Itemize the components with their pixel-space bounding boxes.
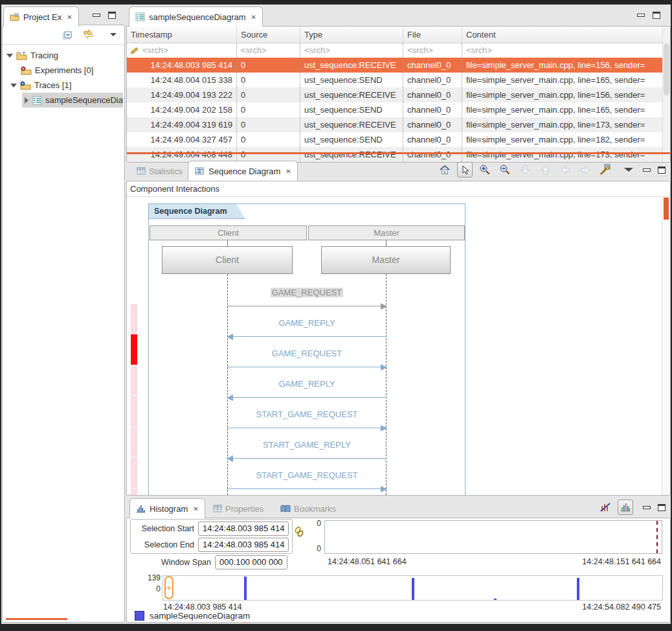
expand-icon[interactable] (10, 84, 17, 87)
table-row[interactable]: 14:24:49.004 193 222 0 ust_sequence:RECE… (127, 87, 670, 102)
close-icon[interactable]: ✕ (67, 14, 72, 21)
message[interactable]: GAME_REPLY (227, 379, 386, 402)
time-marker[interactable] (131, 457, 137, 488)
time-marker[interactable] (131, 304, 137, 334)
expand-icon[interactable] (25, 97, 28, 104)
cell-source: 0 (237, 87, 300, 102)
table-row[interactable]: 14:24:49.004 202 158 0 ust_sequence:SEND… (127, 102, 670, 117)
histogram-toolbar (598, 499, 666, 515)
tab-project-explorer[interactable]: Project Ex ✕ (3, 6, 79, 27)
vertical-scrollbar[interactable] (662, 197, 670, 495)
lifeline-box-master[interactable]: Master (321, 246, 451, 274)
message[interactable]: START_GAME_REPLY (227, 440, 386, 463)
tab-events-editor[interactable]: sampleSequenceDiagram ✕ (129, 6, 263, 27)
reset-zoom-home-icon[interactable] (437, 162, 453, 178)
tab-bookmarks[interactable]: Bookmarks (276, 501, 340, 516)
maximize-icon[interactable] (658, 166, 666, 174)
message[interactable]: START_GAME_REQUEST (227, 470, 386, 494)
tree-item-tracing[interactable]: T Tracing (3, 48, 123, 63)
hide-lost-events-icon[interactable] (598, 499, 613, 515)
message[interactable]: START_GAME_REQUEST (227, 409, 386, 433)
search-source-input[interactable]: <srch> (237, 43, 300, 58)
cell-type: ust_sequence:SEND (300, 132, 403, 147)
scroll-up-icon[interactable] (537, 162, 553, 178)
zoom-in-icon[interactable] (477, 162, 493, 178)
selection-start-field[interactable]: 14:24:48.003 985 414 (198, 522, 289, 536)
minimize-icon[interactable] (643, 168, 651, 172)
column-header-file[interactable]: File (403, 27, 462, 43)
histogram-selection-marker[interactable] (164, 576, 174, 599)
search-type-input[interactable]: <srch> (300, 43, 403, 58)
view-menu-icon[interactable] (624, 168, 633, 172)
message-line (227, 458, 386, 459)
column-header-timestamp[interactable]: Timestamp (127, 27, 237, 43)
link-selection-icon[interactable] (294, 526, 304, 540)
selection-end-field[interactable]: 14:24:48.003 985 414 (198, 538, 289, 552)
cell-timestamp: 14:24:48.003 985 414 (127, 58, 237, 73)
tab-statistics[interactable]: Statistics (133, 163, 186, 179)
full-histogram-bars (163, 576, 662, 600)
cell-timestamp: 14:24:48.004 015 338 (127, 73, 237, 87)
full-histogram[interactable] (162, 575, 663, 601)
message[interactable]: GAME_REQUEST (227, 288, 386, 311)
tree-item-experiments[interactable]: Experiments [0] (3, 63, 123, 78)
scrollbar-thumb[interactable] (664, 43, 669, 95)
window-span-field[interactable]: 000.100 000 000 (215, 555, 287, 569)
time-marker[interactable] (131, 488, 137, 495)
scroll-down-icon[interactable] (517, 162, 533, 178)
lifeline-box-client[interactable]: Client (162, 246, 293, 274)
minimize-icon[interactable] (93, 14, 100, 17)
tree-item-trace[interactable]: sampleSequenceDia (22, 93, 123, 108)
sequence-diagram-canvas[interactable]: Sequence Diagram Client Master Client Ma… (127, 196, 670, 495)
zoom-out-icon[interactable] (497, 162, 513, 178)
maximize-icon[interactable] (658, 504, 666, 511)
tree-item-traces[interactable]: Traces [1] (3, 78, 123, 93)
table-row[interactable]: 14:24:48.004 015 338 0 ust_sequence:SEND… (127, 73, 670, 87)
histogram-spike (494, 599, 497, 600)
table-row[interactable]: 14:24:49.004 319 619 0 ust_sequence:RECE… (127, 117, 670, 132)
column-header-type[interactable]: Type (300, 27, 403, 43)
cell-source: 0 (237, 132, 300, 147)
configure-filters-icon[interactable] (598, 162, 613, 178)
close-icon[interactable]: ✕ (193, 505, 198, 512)
range-histogram[interactable] (324, 520, 662, 554)
table-row[interactable]: 14:24:49.004 327 457 0 ust_sequence:SEND… (127, 132, 670, 147)
search-timestamp-input[interactable]: <srch> (142, 43, 168, 58)
message[interactable]: GAME_REPLY (227, 318, 386, 341)
column-header-master[interactable]: Master (308, 225, 465, 240)
search-content-input[interactable]: <srch> (462, 43, 663, 58)
close-icon[interactable]: ✕ (251, 14, 256, 21)
message[interactable]: GAME_REQUEST (227, 349, 386, 372)
message-label: GAME_REPLY (227, 379, 386, 389)
column-header-content[interactable]: Content (462, 27, 663, 43)
link-with-editor-icon[interactable] (83, 29, 95, 42)
expand-icon[interactable] (6, 54, 13, 58)
time-marker-selected[interactable] (131, 334, 137, 365)
tab-histogram[interactable]: Histogram ✕ (129, 498, 205, 518)
sash-highlight[interactable] (127, 152, 670, 154)
tab-properties[interactable]: Properties (209, 501, 267, 516)
minimize-icon[interactable] (643, 506, 651, 509)
column-header-client[interactable]: Client (150, 225, 307, 240)
range-y-min: 0 (309, 544, 321, 553)
time-marker[interactable] (131, 427, 137, 457)
column-header-source[interactable]: Source (237, 27, 300, 43)
vertical-scrollbar[interactable] (662, 27, 670, 162)
maximize-icon[interactable] (108, 12, 116, 19)
collapse-all-icon[interactable] (62, 30, 73, 43)
scroll-left-icon[interactable] (557, 162, 573, 178)
search-file-input[interactable]: <srch> (403, 43, 462, 58)
select-tool-icon[interactable] (457, 162, 473, 178)
activate-trace-coloring-icon[interactable] (618, 499, 633, 515)
close-icon[interactable]: ✕ (286, 168, 291, 175)
minimize-icon[interactable] (637, 14, 645, 17)
table-row[interactable]: 14:24:48.003 985 414 0 ust_sequence:RECE… (127, 58, 670, 73)
message-label: GAME_REQUEST (227, 349, 386, 358)
maximize-icon[interactable] (653, 12, 660, 19)
tab-sequence-diagram[interactable]: Sequence Diagram ✕ (188, 161, 298, 181)
time-marker[interactable] (131, 396, 137, 426)
progress-bar (6, 618, 67, 620)
view-menu-icon[interactable] (110, 33, 117, 36)
time-marker[interactable] (131, 365, 137, 395)
scroll-right-icon[interactable] (577, 162, 593, 178)
